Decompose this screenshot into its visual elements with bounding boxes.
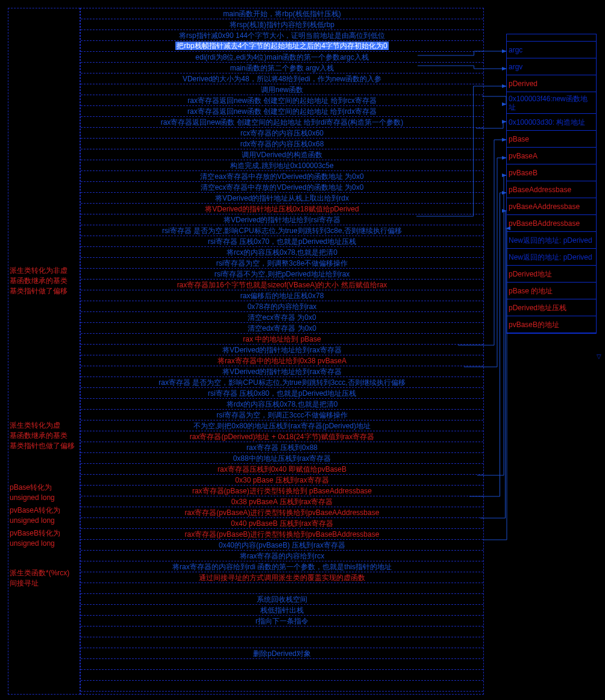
instruction-row: rax寄存器(pvBaseA)进行类型转换给到pvBaseAAddressbas… — [81, 507, 483, 518]
left-note: pvBaseB转化为unsigned long — [10, 528, 60, 549]
instruction-row: rax寄存器(pBase)进行类型转换给到 pBaseAddressbase — [81, 486, 483, 496]
instruction-row: rsi寄存器 压栈0x80，也就是pDerived地址压栈 — [81, 388, 483, 399]
main-instruction-column: main函数开始，将rbp(栈低指针压栈)将rsp(栈顶)指针内容给到栈低rbp… — [80, 8, 484, 695]
stack-cell: argc — [507, 42, 596, 58]
stack-cell: pBase 的地址 — [507, 283, 596, 299]
instruction-row: 清空ecx寄存器中存放的VDerived的函数地址 为0x0 — [81, 182, 483, 193]
instruction-row: 将rcx的内容压栈0x78,也就是把清0 — [81, 247, 483, 258]
instruction-row: edi(rdi为8位,edi为4位)main函数的第一个参数argc入栈 — [81, 52, 483, 63]
instruction-row: rax寄存器加16个字节也就是sizeof(VBaseA)的大小 然后赋值给ra… — [81, 280, 483, 290]
instruction-row: 将rax寄存器的内容给到rdi 函数的第一个参数，也就是this指针的地址 — [81, 561, 483, 572]
instruction-row: VDerived的大小为48，所以将48给到edi，作为new函数的入参 — [81, 73, 483, 84]
instruction-row: 0x38 pvBaseA 压栈到rax寄存器 — [81, 496, 483, 507]
instruction-row: 构造完成,跳到地址0x100003c5e — [81, 160, 483, 171]
instruction-row: 不为空,则把0x80的地址压栈到rax寄存器(pDerived)地址 — [81, 420, 483, 431]
instruction-row — [81, 583, 483, 594]
instruction-row: 0x30 pBase 压栈到rax寄存器 — [81, 475, 483, 486]
instruction-row: 调用new函数 — [81, 84, 483, 95]
instruction-row: 将VDerived的指针地址从栈上取出给到rdx — [81, 193, 483, 204]
instruction-row: rax寄存器返回new函数 创建空间的起始地址 给到rdx寄存器 — [81, 106, 483, 117]
highlighted-instruction: 把rbp栈帧指针减去4个字节的起始地址之后的4字节内存初始化为0 — [175, 42, 388, 50]
instruction-row: 0x78存的内容给到rax — [81, 301, 483, 312]
instruction-row: 将rsp(栈顶)指针内容给到栈低rbp — [81, 19, 483, 30]
instruction-row: rsi寄存器 是否为空,影响CPU标志位,为true则跳转到3c8e,否则继续执… — [81, 225, 483, 236]
stack-panel: argcargvpDerived0x100003f46:new函数地址0x100… — [506, 34, 597, 334]
instruction-row: 0x88中的地址压栈到rax寄存器 — [81, 453, 483, 464]
instruction-row: 清空eax寄存器中存放的VDerived的函数地址 为0x0 — [81, 171, 483, 182]
stack-cell: 0x100003f46:new函数地址 — [507, 92, 596, 114]
instruction-row: rsi寄存器为空，则调整3c8e不做偏移操作 — [81, 258, 483, 269]
instruction-row: rax 中的地址给到 pBase — [81, 334, 483, 345]
left-note: 派生类函数*(%rcx)间接寻址 — [10, 568, 69, 589]
instruction-row — [81, 681, 483, 692]
instruction-row — [81, 627, 483, 637]
instruction-row: r指向下一条指令 — [81, 616, 483, 627]
instruction-row: 将VDerived的指针地址给到rax寄存器 — [81, 366, 483, 377]
stack-cell: argv — [507, 58, 596, 75]
instruction-row: 通过间接寻址的方式调用派生类的覆盖实现的虚函数 — [81, 572, 483, 583]
instruction-row: 删除pDerived对象 — [81, 648, 483, 659]
instruction-row: 栈低指针出栈 — [81, 605, 483, 616]
instruction-row: rcx寄存器的内容压栈0x60 — [81, 128, 483, 139]
stack-cell: pDerived地址 — [507, 266, 596, 283]
instruction-row — [81, 659, 483, 670]
stack-cell: pvBaseB的地址 — [507, 316, 596, 333]
instruction-row: rax寄存器(pvBaseB)进行类型转换给到pvBaseBAddressbas… — [81, 529, 483, 540]
instruction-row: 将rax寄存器的内容给到rcx — [81, 551, 483, 561]
instruction-row: rax寄存器 是否为空，影响CPU标志位,为true则跳转到3ccc,否则继续执… — [81, 377, 483, 388]
instruction-row: rax寄存器返回new函数 创建空间的起始地址 给到rcx寄存器 — [81, 95, 483, 106]
instruction-row: 将VDerived的指针地址给到rax寄存器 — [81, 345, 483, 355]
instruction-row: main函数的第二个参数 argv入栈 — [81, 63, 483, 73]
instruction-row: main函数开始，将rbp(栈低指针压栈) — [81, 8, 483, 19]
stack-cell — [507, 34, 596, 42]
stack-cell: pvBaseB — [507, 164, 596, 181]
instruction-row: 0x40 pvBaseB 压栈到rax寄存器 — [81, 518, 483, 529]
instruction-row: rax寄存器 压栈到0x88 — [81, 442, 483, 453]
instruction-row: rsi寄存器 压栈0x70，也就是pDerived地址压栈 — [81, 236, 483, 247]
instruction-row — [81, 637, 483, 648]
stack-cell: pBaseAddressbase — [507, 181, 596, 198]
instruction-row: 调用VDerived的构造函数 — [81, 149, 483, 160]
stack-cell: New返回的地址: pDerived — [507, 232, 596, 249]
instruction-row: 系统回收栈空间 — [81, 594, 483, 605]
stack-cell: 0x100003d30: 构造地址 — [507, 114, 596, 131]
stack-cell: pvBaseBAddressbase — [507, 215, 596, 232]
stack-cell: pvBaseA — [507, 148, 596, 164]
instruction-row: 将VDerived的指针地址压栈0x18赋值给pDerived — [81, 204, 483, 214]
left-note: 派生类转化为虚基函数继承的基类基类指针也做了偏移 — [10, 420, 75, 451]
instruction-row: rsi寄存器为空，则调正3ccc不做偏移操作 — [81, 410, 483, 420]
instruction-row: rax寄存器(pDerived)地址 + 0x18(24字节)赋值到rax寄存器 — [81, 431, 483, 442]
instruction-row: 清空ecx寄存器 为0x0 — [81, 312, 483, 323]
instruction-row: 将VDerived的指针地址给到rsi寄存器 — [81, 214, 483, 225]
scroll-down-icon: ▽ — [597, 353, 601, 360]
stack-cell: pDerived地址压栈 — [507, 299, 596, 316]
stack-cell: pDerived — [507, 75, 596, 92]
instruction-row: rax寄存器压栈到0x40 即赋值给pvBaseB — [81, 464, 483, 475]
stack-cell: pvBaseAAddressbase — [507, 198, 596, 215]
left-note: 派生类转化为非虚基函数继承的基类基类指针做了偏移 — [10, 266, 67, 296]
stack-cell: pBase — [507, 131, 596, 148]
instruction-row: 将rax寄存器中的地址给到0x38 pvBaseA — [81, 355, 483, 366]
instruction-row: 0x40的内容(pvBaseB) 压栈到rax寄存器 — [81, 540, 483, 551]
instruction-row: rax偏移后的地址压栈0x78 — [81, 290, 483, 301]
instruction-row — [81, 670, 483, 681]
instruction-row: rsi寄存器不为空,则把pDerived地址给到rax — [81, 269, 483, 280]
instruction-row: 将rsp指针减0x90 144个字节大小，证明当前地址是由高位到低位 — [81, 30, 483, 41]
left-note: pBase转化为unsigned long — [10, 483, 55, 503]
instruction-row: rax寄存器返回new函数 创建空间的起始地址 给到rdi寄存器(构造第一个参数… — [81, 117, 483, 128]
stack-cell: New返回的地址: pDerived — [507, 249, 596, 266]
instruction-row: 清空edx寄存器 为0x0 — [81, 323, 483, 334]
left-note: pvBaseA转化为unsigned long — [10, 505, 60, 526]
instruction-row: 将rdx的内容压栈0x78,也就是把清0 — [81, 399, 483, 410]
left-annotations-panel: 派生类转化为非虚基函数继承的基类基类指针做了偏移派生类转化为虚基函数继承的基类基… — [8, 8, 80, 695]
instruction-row: rdx寄存器的内容压栈0x68 — [81, 139, 483, 149]
